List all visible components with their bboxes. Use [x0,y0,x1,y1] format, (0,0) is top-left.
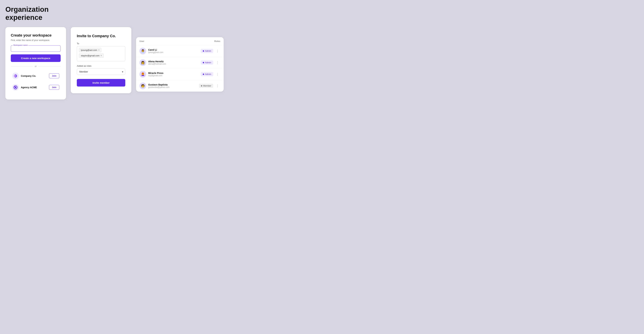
company-co-join-button[interactable]: Join [49,73,59,78]
create-workspace-title: Create your workspace [11,33,61,37]
user-cell-3: 🧑 Gustavo Baptista gustavoba@yahoo.com [140,82,182,89]
table-row: 👩‍🦰 Miracle Press mp@gmail.com Admin ⋮ [136,68,224,80]
invite-to-label: To [77,42,125,45]
user-cell-1: 👩 Alena Herwitz alena@hotmail.com [140,59,182,66]
user-name-0: Carol Li [148,48,163,51]
user-cell-0: 👩‍💼 Carol Li lyoung@aol.com [140,48,182,54]
workspace-name-label: Workspace name [13,44,28,46]
role-badge-1: Admin [201,60,213,65]
role-badge-2: Admin [201,72,213,76]
role-dot-1 [203,62,204,63]
role-badge-0: Admin [201,49,213,53]
col-roles-header: Roles [186,37,224,45]
create-workspace-button[interactable]: Create a new workspace [11,54,61,62]
email-tag-lyoung-text: lyoung@aol.com [81,49,97,51]
roles-label: Added as roles [77,65,125,67]
company-co-name: Company Co. [21,75,47,77]
more-options-button-3[interactable]: ⋮ [214,83,220,88]
email-tags-box[interactable]: lyoung@aol.com × xtaylor@gmail.com × [77,46,125,61]
avatar-0: 👩‍💼 [140,48,146,54]
user-cell-2: 👩‍🦰 Miracle Press mp@gmail.com [140,71,182,78]
email-tag-lyoung-remove[interactable]: × [98,49,100,51]
avatar-3: 🧑 [140,82,146,89]
workspace-name-input[interactable] [13,46,59,50]
table-row: 👩 Alena Herwitz alena@hotmail.com Admin … [136,57,224,68]
table-row: 👩‍💼 Carol Li lyoung@aol.com Admin ⋮ [136,45,224,57]
more-options-button-1[interactable]: ⋮ [214,60,220,65]
email-tag-lyoung: lyoung@aol.com × [79,48,102,52]
user-email-0: lyoung@aol.com [148,51,163,53]
user-name-3: Gustavo Baptista [148,83,170,86]
user-email-1: alena@hotmail.com [148,63,166,65]
agency-acme-join-button[interactable]: Join [49,85,59,90]
invite-panel: Invite to Company Co. To lyoung@aol.com … [71,27,131,93]
role-dot-2 [203,73,204,75]
email-tag-xtaylor-text: xtaylor@gmail.com [81,54,100,57]
users-table: User Roles 👩‍💼 Carol Li lyoung@aol.com [136,37,224,92]
workspace-item-company-co: Company Co. Join [11,70,61,81]
user-info-1: Alena Herwitz alena@hotmail.com [148,60,166,65]
invite-member-button[interactable]: Invite member [77,79,125,86]
roles-col-cell-1: Admin ⋮ [189,60,220,65]
user-info-3: Gustavo Baptista gustavoba@yahoo.com [148,83,170,88]
role-dot-3 [201,85,202,86]
user-email-3: gustavoba@yahoo.com [148,86,170,88]
panels-row: Create your workspace First, enter the n… [6,27,638,99]
users-panel: User Roles 👩‍💼 Carol Li lyoung@aol.com [136,37,224,92]
agency-acme-name: Agency ACME [21,86,47,89]
company-co-logo [12,72,19,79]
user-info-0: Carol Li lyoung@aol.com [148,48,163,53]
create-workspace-panel: Create your workspace First, enter the n… [6,27,66,99]
page-title: Organization experience [6,5,59,22]
more-options-button-0[interactable]: ⋮ [214,48,220,53]
user-name-1: Alena Herwitz [148,60,166,63]
agency-acme-logo [12,84,19,91]
role-badge-3: Member [199,84,213,88]
user-email-2: mp@gmail.com [148,74,163,77]
workspace-name-field-wrapper: Workspace name [11,45,61,52]
user-name-2: Miracle Press [148,72,163,74]
user-info-2: Miracle Press mp@gmail.com [148,72,163,77]
avatar-1: 👩 [140,59,146,66]
email-tag-xtaylor: xtaylor@gmail.com × [79,53,104,58]
col-user-header: User [136,37,186,45]
avatar-2: 👩‍🦰 [140,71,146,78]
roles-select-wrapper: Member Admin Viewer ▾ [77,68,125,75]
roles-col-cell-2: Admin ⋮ [189,72,220,77]
more-options-button-2[interactable]: ⋮ [214,72,220,77]
table-row: 🧑 Gustavo Baptista gustavoba@yahoo.com M… [136,80,224,92]
roles-select[interactable]: Member Admin Viewer [77,68,125,75]
role-dot-0 [203,50,204,52]
or-divider: or [11,65,61,67]
roles-col-cell-3: Member ⋮ [189,83,220,88]
email-tag-xtaylor-remove[interactable]: × [100,54,102,57]
create-workspace-subtitle: First, enter the name of your workspace. [11,39,61,41]
roles-col-cell-0: Admin ⋮ [189,48,220,53]
invite-title: Invite to Company Co. [77,34,125,38]
workspace-item-agency-acme: Agency ACME Join [11,82,61,93]
